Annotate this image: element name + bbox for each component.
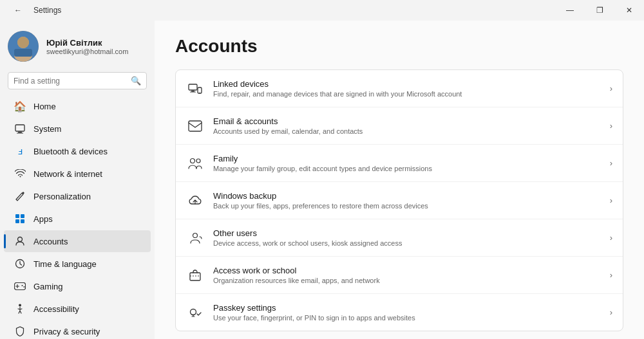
- email-icon: [186, 117, 204, 135]
- search-input[interactable]: [14, 77, 127, 86]
- main-content: Accounts Linked devices Find, repair, an…: [155, 21, 644, 339]
- user-email: sweetlikyuri@hotmail.com: [46, 48, 128, 55]
- svg-rect-5: [15, 125, 24, 131]
- search-icon: 🔍: [131, 76, 141, 86]
- sidebar-item-accessibility[interactable]: Accessibility: [4, 298, 151, 320]
- settings-item-passkey[interactable]: Passkey settings Use your face, fingerpr…: [176, 294, 623, 331]
- sidebar-item-accounts[interactable]: Accounts: [4, 230, 151, 252]
- settings-item-email[interactable]: Email & accounts Accounts used by email,…: [176, 107, 623, 145]
- sidebar-item-home[interactable]: 🏠 Home: [4, 95, 151, 117]
- svg-rect-20: [191, 91, 194, 92]
- settings-item-backup[interactable]: Windows backup Back up your files, apps,…: [176, 182, 623, 219]
- svg-point-15: [22, 285, 23, 286]
- app-body: Юрій Світлик sweetlikyuri@hotmail.com 🔍 …: [0, 21, 644, 339]
- settings-item-other-users[interactable]: Other users Device access, work or schoo…: [176, 219, 623, 257]
- sidebar-label-system: System: [33, 124, 61, 134]
- user-profile[interactable]: Юрій Світлик sweetlikyuri@hotmail.com: [0, 21, 155, 69]
- user-name: Юрій Світлик: [46, 38, 128, 48]
- family-desc: Manage your family group, edit account t…: [213, 165, 601, 172]
- home-icon: 🏠: [14, 100, 26, 112]
- avatar: [8, 31, 39, 62]
- maximize-button[interactable]: ❐: [585, 0, 614, 21]
- sidebar-label-personalization: Personalization: [33, 192, 91, 201]
- sidebar-item-privacy[interactable]: Privacy & security: [4, 320, 151, 339]
- sidebar-item-network[interactable]: Network & internet: [4, 163, 151, 185]
- settings-item-work[interactable]: Access work or school Organization resou…: [176, 257, 623, 294]
- svg-rect-10: [15, 219, 19, 223]
- email-desc: Accounts used by email, calendar, and co…: [213, 127, 601, 135]
- linked-devices-title: Linked devices: [213, 79, 601, 89]
- back-button[interactable]: ←: [8, 0, 28, 21]
- linked-devices-text: Linked devices Find, repair, and manage …: [213, 79, 601, 98]
- email-chevron: ›: [610, 121, 612, 131]
- bluetooth-icon: ⅎ: [14, 145, 26, 157]
- svg-rect-21: [190, 91, 196, 92]
- svg-point-3: [17, 37, 29, 48]
- apps-icon: [14, 213, 26, 224]
- svg-rect-7: [17, 133, 23, 134]
- svg-rect-9: [21, 214, 24, 218]
- svg-rect-6: [18, 132, 22, 133]
- backup-chevron: ›: [610, 196, 612, 205]
- backup-icon: [186, 192, 204, 210]
- app-title: Settings: [33, 6, 61, 15]
- backup-text: Windows backup Back up your files, apps,…: [213, 191, 601, 210]
- sidebar-item-time[interactable]: Time & language: [4, 253, 151, 275]
- svg-rect-8: [15, 214, 19, 218]
- passkey-icon: [186, 304, 204, 322]
- search-box[interactable]: 🔍: [8, 72, 147, 89]
- family-icon: [186, 154, 204, 172]
- minimize-button[interactable]: —: [555, 0, 585, 21]
- backup-desc: Back up your files, apps, preferences to…: [213, 202, 601, 210]
- family-title: Family: [213, 154, 601, 163]
- sidebar-label-gaming: Gaming: [33, 282, 63, 291]
- sidebar-item-bluetooth[interactable]: ⅎ Bluetooth & devices: [4, 140, 151, 162]
- other-users-desc: Device access, work or school users, kio…: [213, 239, 601, 247]
- passkey-title: Passkey settings: [213, 303, 601, 313]
- svg-point-16: [24, 286, 25, 288]
- passkey-text: Passkey settings Use your face, fingerpr…: [213, 303, 601, 322]
- sidebar-label-time: Time & language: [33, 259, 97, 269]
- svg-rect-24: [189, 121, 202, 131]
- sidebar-label-home: Home: [33, 102, 56, 111]
- time-icon: [14, 258, 26, 270]
- svg-point-23: [199, 92, 200, 93]
- close-button[interactable]: ✕: [614, 0, 644, 21]
- email-text: Email & accounts Accounts used by email,…: [213, 116, 601, 135]
- svg-rect-4: [14, 49, 32, 57]
- other-users-title: Other users: [213, 228, 601, 238]
- other-users-icon: [186, 229, 204, 247]
- accessibility-icon: [14, 303, 26, 315]
- passkey-desc: Use your face, fingerprint, or PIN to si…: [213, 314, 601, 322]
- linked-devices-desc: Find, repair, and manage devices that ar…: [213, 90, 601, 98]
- network-icon: [14, 168, 26, 179]
- linked-devices-chevron: ›: [610, 84, 612, 93]
- user-info: Юрій Світлик sweetlikyuri@hotmail.com: [46, 38, 128, 55]
- personalization-icon: [14, 190, 26, 202]
- passkey-chevron: ›: [610, 307, 612, 317]
- settings-item-linked-devices[interactable]: Linked devices Find, repair, and manage …: [176, 70, 623, 107]
- system-icon: [14, 123, 26, 134]
- sidebar-label-accessibility: Accessibility: [33, 304, 79, 314]
- gaming-icon: [14, 280, 26, 292]
- family-text: Family Manage your family group, edit ac…: [213, 154, 601, 172]
- settings-item-family[interactable]: Family Manage your family group, edit ac…: [176, 145, 623, 182]
- work-icon: [186, 266, 204, 284]
- sidebar: Юрій Світлик sweetlikyuri@hotmail.com 🔍 …: [0, 21, 155, 339]
- sidebar-item-personalization[interactable]: Personalization: [4, 185, 151, 207]
- svg-rect-11: [21, 219, 24, 223]
- sidebar-item-apps[interactable]: Apps: [4, 208, 151, 230]
- page-title: Accounts: [175, 36, 623, 57]
- sidebar-label-accounts: Accounts: [33, 237, 68, 246]
- sidebar-item-gaming[interactable]: Gaming: [4, 275, 151, 297]
- email-title: Email & accounts: [213, 116, 601, 126]
- other-users-chevron: ›: [610, 233, 612, 243]
- sidebar-label-apps: Apps: [33, 214, 53, 224]
- linked-devices-icon: [186, 80, 204, 98]
- accounts-icon: [14, 235, 26, 247]
- sidebar-item-system[interactable]: System: [4, 118, 151, 140]
- svg-rect-22: [198, 87, 202, 93]
- work-text: Access work or school Organization resou…: [213, 266, 601, 284]
- sidebar-label-bluetooth: Bluetooth & devices: [33, 147, 108, 156]
- svg-point-26: [196, 159, 200, 163]
